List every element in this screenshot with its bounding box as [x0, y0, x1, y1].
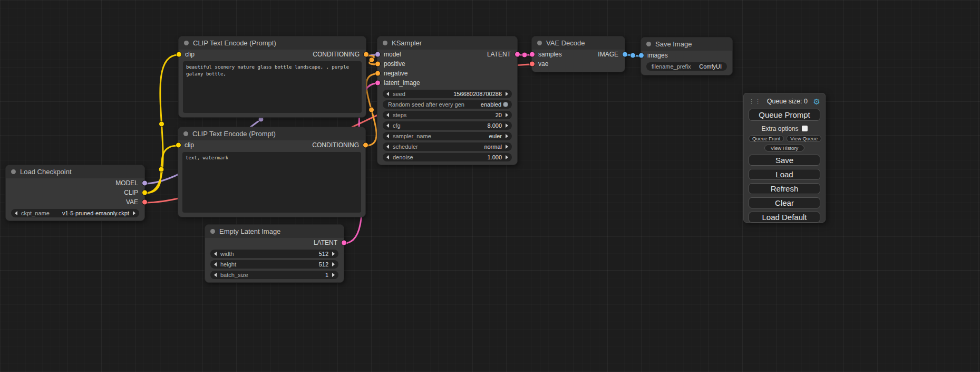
prev-value-icon[interactable]	[386, 145, 389, 149]
queue-prompt-button[interactable]: Queue Prompt	[749, 109, 820, 121]
node-title-bar[interactable]: CLIP Text Encode (Prompt)	[179, 36, 366, 50]
load-button[interactable]: Load	[749, 169, 820, 180]
prompt-textarea[interactable]: text, watermark	[182, 152, 361, 213]
prev-value-icon[interactable]	[15, 211, 17, 215]
output-slot-latent[interactable]	[342, 241, 346, 245]
widget-ckpt-name[interactable]: ckpt_name v1-5-pruned-emaonly.ckpt	[11, 209, 139, 217]
next-value-icon[interactable]	[332, 262, 335, 266]
node-clip-text-encode-positive[interactable]: CLIP Text Encode (Prompt) clip CONDITION…	[178, 36, 366, 118]
input-label-clip: clip	[185, 51, 195, 58]
view-queue-button[interactable]: View Queue	[787, 135, 821, 142]
widget-scheduler[interactable]: scheduler normal	[383, 142, 512, 151]
next-value-icon[interactable]	[506, 145, 508, 149]
prev-value-icon[interactable]	[386, 92, 389, 96]
refresh-button[interactable]: Refresh	[749, 183, 820, 194]
next-value-icon[interactable]	[506, 155, 508, 159]
node-title: Load Checkpoint	[20, 168, 72, 176]
slot-row: model LATENT	[377, 50, 517, 59]
view-history-button[interactable]: View History	[764, 145, 804, 151]
input-slot-negative[interactable]	[375, 71, 380, 76]
node-empty-latent-image[interactable]: Empty Latent Image LATENT width 512 heig…	[205, 224, 344, 283]
load-default-button[interactable]: Load Default	[749, 212, 820, 223]
node-ksampler[interactable]: KSampler model LATENT positive negative …	[377, 36, 518, 165]
collapse-toggle-icon[interactable]	[383, 41, 387, 45]
next-value-icon[interactable]	[133, 211, 135, 215]
output-slot-vae[interactable]	[142, 200, 147, 205]
output-slot-image[interactable]	[623, 52, 627, 57]
next-value-icon[interactable]	[332, 252, 335, 256]
prev-value-icon[interactable]	[386, 113, 389, 117]
node-title-bar[interactable]: CLIP Text Encode (Prompt)	[178, 127, 365, 140]
prev-value-icon[interactable]	[214, 273, 217, 277]
next-value-icon[interactable]	[506, 134, 508, 138]
input-slot-clip[interactable]	[176, 143, 181, 148]
next-value-icon[interactable]	[506, 92, 508, 96]
node-vae-decode[interactable]: VAE Decode samples IMAGE vae	[531, 36, 625, 72]
node-load-checkpoint[interactable]: Load Checkpoint MODEL CLIP VAE ckpt_name…	[5, 165, 145, 221]
next-value-icon[interactable]	[506, 113, 508, 117]
node-title-bar[interactable]: VAE Decode	[532, 36, 625, 50]
extra-options-checkbox[interactable]	[802, 126, 808, 131]
widget-width[interactable]: width 512	[210, 250, 338, 258]
queue-front-button[interactable]: Queue Front	[749, 135, 784, 142]
slot-row: MODEL	[6, 178, 144, 188]
input-slot-positive[interactable]	[375, 62, 380, 66]
collapse-toggle-icon[interactable]	[210, 229, 215, 234]
input-slot-vae[interactable]	[530, 62, 535, 66]
settings-gear-icon[interactable]: ⚙	[813, 98, 820, 106]
widget-label: denoise	[393, 154, 413, 160]
prev-value-icon[interactable]	[386, 123, 389, 128]
widget-height[interactable]: height 512	[210, 260, 338, 269]
collapse-toggle-icon[interactable]	[11, 169, 16, 174]
widget-steps[interactable]: steps 20	[383, 111, 512, 119]
node-title-bar[interactable]: Empty Latent Image	[205, 225, 344, 238]
prompt-textarea[interactable]: beautiful scenery nature glass bottle la…	[183, 61, 362, 113]
save-button[interactable]: Save	[749, 155, 820, 166]
collapse-toggle-icon[interactable]	[537, 41, 542, 45]
input-slot-images[interactable]	[639, 53, 644, 58]
next-value-icon[interactable]	[332, 273, 335, 277]
slot-row: CLIP	[6, 188, 144, 197]
prev-value-icon[interactable]	[214, 262, 217, 266]
toggle-knob-icon[interactable]	[503, 102, 508, 107]
output-slot-clip[interactable]	[142, 190, 147, 195]
widget-filename-prefix[interactable]: filename_prefix ComfyUI	[646, 62, 727, 71]
prev-value-icon[interactable]	[214, 252, 217, 256]
node-title-bar[interactable]: Save Image	[641, 37, 732, 51]
node-clip-text-encode-negative[interactable]: CLIP Text Encode (Prompt) clip CONDITION…	[178, 127, 366, 217]
queue-size-label: Queue size: 0	[761, 98, 813, 105]
widget-random-seed-toggle[interactable]: Random seed after every gen enabled	[383, 100, 512, 109]
collapse-toggle-icon[interactable]	[646, 42, 651, 46]
widget-cfg[interactable]: cfg 8.000	[383, 121, 512, 130]
input-label-clip: clip	[185, 141, 194, 149]
collapse-toggle-icon[interactable]	[183, 131, 188, 136]
widget-batch-size[interactable]: batch_size 1	[210, 271, 338, 279]
widget-value: normal	[484, 144, 502, 150]
input-slot-model[interactable]	[375, 52, 380, 57]
slot-row: positive	[377, 59, 517, 69]
widget-denoise[interactable]: denoise 1.000	[383, 153, 512, 161]
widget-label: cfg	[393, 122, 401, 129]
widget-sampler-name[interactable]: sampler_name euler	[383, 132, 512, 140]
node-title-bar[interactable]: KSampler	[377, 36, 517, 50]
output-slot-conditioning[interactable]	[363, 143, 368, 148]
next-value-icon[interactable]	[506, 123, 508, 128]
output-slot-model[interactable]	[142, 181, 147, 186]
node-title-bar[interactable]: Load Checkpoint	[6, 165, 144, 178]
input-slot-latent-image[interactable]	[375, 81, 380, 85]
clear-button[interactable]: Clear	[749, 197, 820, 208]
drag-handle-icon[interactable]: ⋮⋮	[749, 99, 761, 104]
output-label-model: MODEL	[115, 179, 138, 187]
input-slot-clip[interactable]	[177, 52, 181, 57]
widget-seed[interactable]: seed 156680208700286	[383, 90, 512, 98]
output-slot-conditioning[interactable]	[364, 52, 368, 57]
node-save-image[interactable]: Save Image images filename_prefix ComfyU…	[641, 37, 733, 75]
prev-value-icon[interactable]	[386, 155, 389, 159]
output-slot-latent[interactable]	[515, 52, 520, 57]
slot-row: vae	[532, 59, 625, 69]
widget-value: 8.000	[487, 122, 502, 129]
node-graph-canvas[interactable]: Load Checkpoint MODEL CLIP VAE ckpt_name…	[0, 0, 980, 372]
prev-value-icon[interactable]	[386, 134, 389, 138]
collapse-toggle-icon[interactable]	[184, 41, 189, 45]
input-slot-samples[interactable]	[530, 52, 535, 57]
